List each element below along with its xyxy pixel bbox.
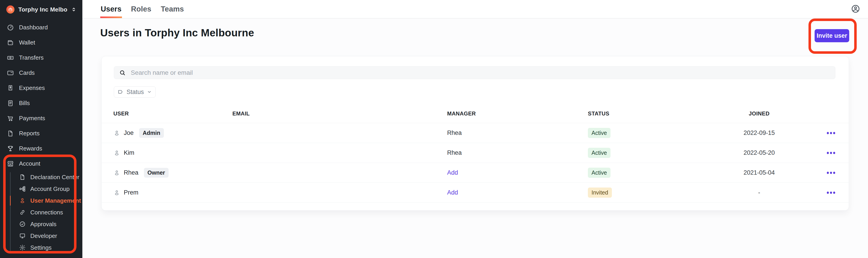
- topbar: UsersRolesTeams: [82, 0, 868, 19]
- sidebar-item-label: Reports: [19, 130, 40, 137]
- sidebar-item-label: Connections: [30, 209, 63, 216]
- sidebar-item-approvals[interactable]: Approvals: [0, 218, 82, 230]
- joined-cell: 2022-05-20: [713, 149, 805, 156]
- sidebar-item-label: Dashboard: [19, 24, 48, 31]
- sidebar-item-transfers[interactable]: Transfers: [0, 50, 82, 65]
- account-group-icon: [19, 185, 26, 192]
- sidebar-item-label: Settings: [30, 244, 52, 251]
- column-header-email: EMAIL: [232, 110, 447, 117]
- manager-cell: Add: [447, 189, 588, 196]
- sidebar-item-cards[interactable]: Cards: [0, 65, 82, 80]
- user-name: Prem: [124, 189, 138, 196]
- settings-icon: [19, 244, 26, 251]
- sidebar-subnav: Declaration CenterAccount GroupUser Mana…: [0, 171, 82, 254]
- user-cell: Kim: [113, 149, 232, 156]
- status-badge: Active: [588, 128, 611, 138]
- manager-name: Rhea: [447, 130, 462, 136]
- sidebar-item-settings[interactable]: Settings: [0, 242, 82, 254]
- sidebar-item-expenses[interactable]: Expenses: [0, 80, 82, 96]
- status-badge: Active: [588, 148, 611, 158]
- actions-cell: [805, 172, 849, 174]
- sidebar-item-developer[interactable]: Developer: [0, 230, 82, 242]
- sidebar-item-dashboard[interactable]: Dashboard: [0, 20, 82, 35]
- sidebar-item-bills[interactable]: Bills: [0, 96, 82, 111]
- status-badge: Active: [588, 168, 611, 178]
- search-icon: [119, 69, 126, 76]
- user-cell: RheaOwner: [113, 168, 232, 178]
- declaration-center-icon: [19, 174, 26, 181]
- wallet-icon: [7, 39, 14, 46]
- add-manager-link[interactable]: Add: [447, 169, 458, 176]
- sidebar-item-label: Expenses: [19, 84, 45, 91]
- status-cell: Active: [588, 148, 713, 158]
- page-title: Users in Torphy Inc Melbourne: [100, 27, 254, 39]
- users-card: Status USEREMAILMANAGERSTATUSJOINED JoeA…: [101, 56, 849, 211]
- user-management-icon: [19, 197, 26, 204]
- tab-teams[interactable]: Teams: [160, 0, 184, 18]
- sidebar-item-label: Bills: [19, 100, 30, 107]
- sidebar-item-declaration-center[interactable]: Declaration Center: [0, 171, 82, 183]
- approvals-icon: [19, 221, 26, 227]
- company-switcher[interactable]: Torphy Inc Melbo...: [0, 4, 82, 14]
- status-cell: Invited: [588, 187, 713, 198]
- user-avatar-icon: [113, 189, 120, 196]
- user-avatar-icon: [113, 130, 120, 137]
- search-box: [114, 66, 835, 79]
- avatar-icon[interactable]: [851, 4, 860, 13]
- tab-users[interactable]: Users: [100, 0, 122, 18]
- sidebar-item-account[interactable]: Account: [0, 156, 82, 171]
- chevron-up-down-icon[interactable]: [71, 7, 76, 12]
- sidebar-item-label: Cards: [19, 69, 35, 76]
- sidebar-item-wallet[interactable]: Wallet: [0, 35, 82, 50]
- sidebar-item-reports[interactable]: Reports: [0, 126, 82, 141]
- sidebar-item-label: User Management: [30, 197, 81, 204]
- sidebar-item-payments[interactable]: Payments: [0, 111, 82, 126]
- tab-bar: UsersRolesTeams: [100, 0, 184, 18]
- status-filter-label: Status: [126, 88, 144, 96]
- search-input[interactable]: [130, 69, 830, 77]
- column-header-manager: MANAGER: [447, 110, 588, 117]
- sidebar-item-label: Payments: [19, 115, 45, 122]
- row-menu-button[interactable]: [827, 172, 835, 174]
- transfers-icon: [7, 54, 14, 62]
- sidebar-item-label: Declaration Center: [30, 174, 80, 181]
- sidebar-item-user-management[interactable]: User Management: [0, 195, 82, 207]
- sidebar-item-label: Approvals: [30, 221, 57, 228]
- connections-icon: [19, 209, 26, 216]
- main-content: UsersRolesTeams Users in Torphy Inc Melb…: [82, 0, 868, 258]
- users-table: USEREMAILMANAGERSTATUSJOINED JoeAdminRhe…: [102, 104, 849, 211]
- reports-icon: [7, 130, 14, 137]
- joined-cell: -: [713, 189, 805, 196]
- sidebar-item-connections[interactable]: Connections: [0, 207, 82, 218]
- user-name: Kim: [124, 149, 134, 156]
- invite-user-button[interactable]: Invite user: [815, 29, 849, 42]
- rewards-icon: [7, 145, 14, 152]
- sidebar-item-label: Developer: [30, 232, 57, 239]
- manager-cell: Rhea: [447, 130, 588, 137]
- sidebar-item-label: Account Group: [30, 185, 69, 192]
- column-header-status: STATUS: [588, 110, 713, 117]
- status-filter[interactable]: Status: [114, 86, 156, 98]
- table-header: USEREMAILMANAGERSTATUSJOINED: [102, 104, 849, 123]
- payments-icon: [7, 115, 14, 122]
- role-badge: Admin: [139, 128, 164, 138]
- add-manager-link[interactable]: Add: [447, 189, 458, 196]
- row-menu-button[interactable]: [827, 132, 835, 134]
- company-name: Torphy Inc Melbo...: [18, 6, 67, 13]
- sidebar-item-label: Account: [19, 160, 40, 167]
- row-menu-button[interactable]: [827, 152, 835, 154]
- tab-roles[interactable]: Roles: [130, 0, 152, 18]
- sidebar-nav: DashboardWalletTransfersCardsExpensesBil…: [0, 20, 82, 254]
- briefcase-icon: [8, 7, 13, 12]
- sidebar-item-rewards[interactable]: Rewards: [0, 141, 82, 156]
- sidebar-item-account-group[interactable]: Account Group: [0, 183, 82, 195]
- user-name: Rhea: [124, 169, 138, 176]
- dashboard-icon: [7, 24, 14, 31]
- joined-cell: 2022-09-15: [713, 130, 805, 137]
- actions-cell: [805, 152, 849, 154]
- column-header-user: USER: [113, 110, 232, 117]
- user-cell: JoeAdmin: [113, 128, 232, 138]
- row-menu-button[interactable]: [827, 192, 835, 194]
- table-row: KimRheaActive2022-05-20: [102, 143, 849, 163]
- chevron-down-icon: [147, 89, 152, 95]
